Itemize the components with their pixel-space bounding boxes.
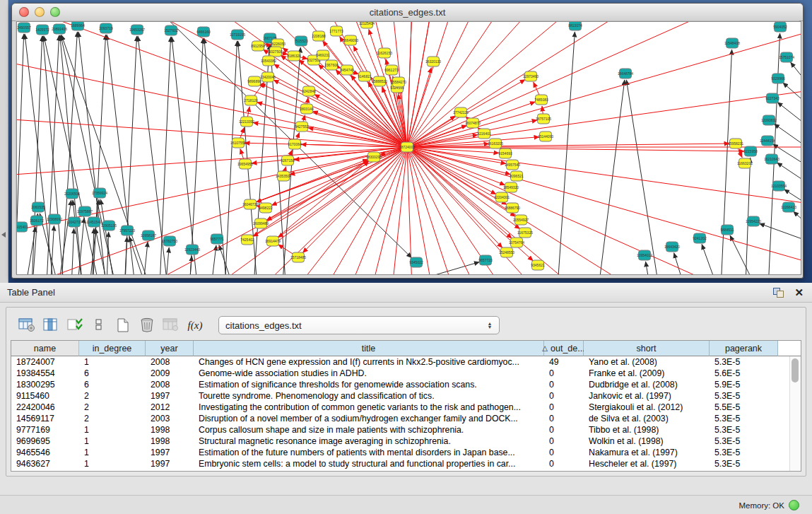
table-cell[interactable]: 5.5E-5 xyxy=(710,402,778,413)
graph-edge[interactable] xyxy=(407,21,801,147)
graph-node[interactable]: 3506172 xyxy=(30,216,44,226)
new-table-icon[interactable] xyxy=(112,315,134,335)
table-cell[interactable]: 1998 xyxy=(146,436,194,447)
graph-node[interactable]: 9242848 xyxy=(302,86,316,96)
table-cell[interactable]: 0 xyxy=(544,424,584,436)
graph-edge[interactable] xyxy=(407,21,801,147)
graph-node[interactable]: 15584270 xyxy=(391,77,406,87)
table-cell[interactable]: 1 xyxy=(79,458,146,469)
graph-node[interactable]: 12213392 xyxy=(239,117,254,127)
graph-node[interactable]: 15751074 xyxy=(779,52,794,62)
graph-edge[interactable] xyxy=(188,38,204,275)
graph-node[interactable]: 10954012 xyxy=(637,250,652,260)
table-cell[interactable]: 0 xyxy=(544,413,584,424)
graph-edge[interactable] xyxy=(16,147,407,275)
graph-node[interactable]: 12444154 xyxy=(760,136,775,146)
graph-node[interactable]: 14353504 xyxy=(276,171,291,181)
graph-edge[interactable] xyxy=(407,21,801,147)
table-row[interactable]: 1456911722003Disruption of a novel membe… xyxy=(11,413,790,424)
table-cell[interactable]: 2009 xyxy=(146,368,194,379)
graph-node[interactable]: 10954220 xyxy=(746,216,761,226)
table-row[interactable]: 969969511998Structural magnetic resonanc… xyxy=(11,436,790,447)
table-cell[interactable]: 0 xyxy=(544,436,584,447)
graph-node[interactable]: 8912954 xyxy=(251,41,265,51)
graph-edge[interactable] xyxy=(209,245,216,275)
graph-node[interactable]: 8186328 xyxy=(287,51,301,61)
graph-node[interactable]: 1527602 xyxy=(164,25,178,35)
graph-node[interactable]: 19654955 xyxy=(237,159,253,169)
column-header-pagerank[interactable]: pagerank xyxy=(710,341,778,356)
graph-node[interactable]: 9327500 xyxy=(269,47,283,57)
graph-edge[interactable] xyxy=(596,80,625,275)
graph-node[interactable]: 8454749 xyxy=(340,65,354,75)
graph-edge[interactable] xyxy=(107,35,137,275)
graph-node[interactable]: 20891406 xyxy=(52,24,67,34)
column-header-title[interactable]: title xyxy=(194,341,544,356)
graph-node[interactable]: 7515523 xyxy=(294,36,308,46)
column-header-out-de-[interactable]: △out_de... xyxy=(544,341,584,356)
table-cell[interactable]: de Silva et al. (2003) xyxy=(584,413,710,424)
graph-edge[interactable] xyxy=(124,237,127,275)
rows-icon[interactable] xyxy=(88,315,110,335)
graph-edge[interactable] xyxy=(16,147,407,275)
table-cell[interactable]: Disruption of a novel member of a sodium… xyxy=(194,413,544,424)
graph-node[interactable]: 9657771 xyxy=(210,234,224,244)
table-cell[interactable]: 22420046 xyxy=(11,402,79,413)
table-cell[interactable]: Franke et al. (2009) xyxy=(584,368,710,379)
table-cell[interactable]: 2008 xyxy=(146,356,194,368)
graph-node[interactable]: 9427552 xyxy=(295,122,309,132)
table-cell[interactable]: 49 xyxy=(544,356,584,368)
graph-node[interactable]: 16648784 xyxy=(618,69,633,78)
table-cell[interactable]: 2 xyxy=(79,402,146,413)
graph-node[interactable]: 12042737 xyxy=(66,217,82,227)
table-row[interactable]: 911546021997Tourette syndrome. Phenomeno… xyxy=(11,390,790,402)
graph-edge[interactable] xyxy=(407,21,801,147)
graph-node[interactable]: 9498222 xyxy=(259,203,273,213)
table-cell[interactable]: 9115460 xyxy=(11,390,79,402)
table-cell[interactable]: Structural magnetic resonance image aver… xyxy=(194,436,544,447)
graph-node[interactable]: 8813074 xyxy=(568,21,582,30)
graph-edge[interactable] xyxy=(188,256,192,275)
graph-edge[interactable] xyxy=(626,80,661,275)
graph-node[interactable]: 9345022 xyxy=(409,257,423,267)
graph-node[interactable]: 11568692 xyxy=(47,214,62,224)
graph-node[interactable]: 17742120 xyxy=(453,107,469,117)
graph-node[interactable]: 10719155 xyxy=(230,30,245,40)
graph-node[interactable]: 11626153 xyxy=(377,48,392,58)
table-cell[interactable]: 6 xyxy=(79,368,146,379)
table-row[interactable]: 1938455462009Genome-wide association stu… xyxy=(11,368,790,379)
table-cell[interactable]: Genome-wide association studies in ADHD. xyxy=(194,368,544,379)
table-row[interactable]: 977716911998Corpus callosum shape and si… xyxy=(11,424,790,436)
table-cell[interactable]: 0 xyxy=(544,458,584,469)
graph-edge[interactable] xyxy=(71,228,74,275)
graph-node[interactable]: 23420046 xyxy=(260,72,276,82)
graph-hub-node[interactable]: 18724007 xyxy=(399,142,415,152)
graph-node[interactable]: 17359924 xyxy=(92,188,107,198)
table-cell[interactable]: Tourette syndrome. Phenomenology and cla… xyxy=(194,390,544,402)
graph-node[interactable]: 17957223 xyxy=(119,226,135,235)
graph-edge[interactable] xyxy=(407,147,439,275)
graph-node[interactable]: 1771773 xyxy=(329,26,343,36)
table-cell[interactable]: Wolkin et al. (1998) xyxy=(584,436,710,447)
graph-node[interactable]: 20206506 xyxy=(64,189,80,199)
table-cell[interactable]: 2008 xyxy=(146,379,194,390)
table-cell[interactable]: 1997 xyxy=(146,447,194,458)
graph-edge[interactable] xyxy=(16,147,407,275)
table-cell[interactable]: Estimation of the future numbers of pati… xyxy=(194,447,544,458)
table-cell[interactable]: 5.3E-5 xyxy=(710,436,778,447)
graph-node[interactable]: 9227343 xyxy=(765,93,779,103)
graph-node[interactable]: 18757105 xyxy=(536,114,551,124)
graph-edge[interactable] xyxy=(16,34,24,275)
table-cell[interactable]: Embryonic stem cells: a model to study s… xyxy=(194,458,544,469)
table-cell[interactable]: 5.9E-5 xyxy=(710,379,778,390)
table-row[interactable]: 946554611997Estimation of the future num… xyxy=(11,447,790,458)
table-cell[interactable]: 0 xyxy=(544,402,584,413)
table-cell[interactable]: 1 xyxy=(79,356,146,368)
graph-node[interactable]: 2367608 xyxy=(324,60,339,70)
network-window-titlebar[interactable]: citations_edges.txt xyxy=(12,4,803,21)
table-cell[interactable]: 19384554 xyxy=(11,368,79,379)
graph-node[interactable]: 16643420 xyxy=(664,242,680,252)
graph-node[interactable]: 10266413 xyxy=(781,202,796,212)
graph-node[interactable]: 20554927 xyxy=(513,215,529,225)
table-cell[interactable]: 0 xyxy=(544,379,584,390)
